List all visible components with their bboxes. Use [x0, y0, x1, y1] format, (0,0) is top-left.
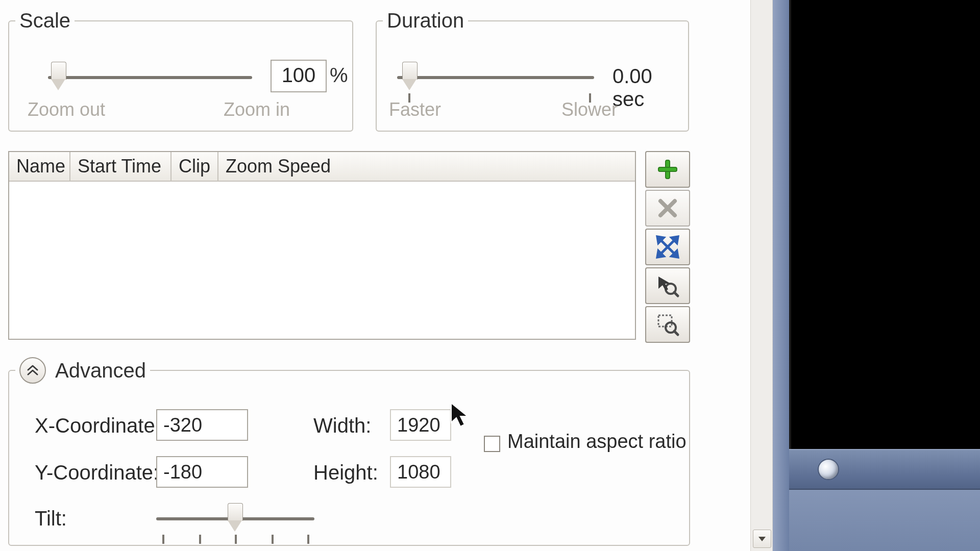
- chevron-down-icon: [757, 534, 767, 543]
- zoom-out-label: Zoom out: [28, 99, 105, 120]
- zoom-in-label: Zoom in: [224, 99, 290, 120]
- preview-area: [789, 0, 980, 449]
- animation-list-header: Name Start Time Clip Zoom Speed: [9, 152, 635, 182]
- right-divider: [773, 0, 789, 551]
- slower-label: Slower: [561, 99, 618, 120]
- advanced-group: Advanced X-Coordinate: Y-Coordinate: Wid…: [8, 357, 690, 546]
- height-label: Height:: [313, 461, 378, 484]
- panel-vertical-scrollbar[interactable]: [750, 0, 773, 551]
- column-zoom-speed[interactable]: Zoom Speed: [218, 152, 635, 181]
- advanced-toggle-button[interactable]: [19, 357, 46, 384]
- svg-line-16: [674, 331, 678, 335]
- scale-value-input[interactable]: 100: [271, 60, 327, 92]
- advanced-legend-text: Advanced: [55, 359, 146, 382]
- preview-timeline[interactable]: [789, 449, 980, 490]
- duration-value-label: 0.00 sec: [612, 65, 688, 111]
- tilt-slider-thumb[interactable]: [228, 503, 242, 532]
- expand-button[interactable]: [645, 229, 690, 265]
- scale-slider-thumb[interactable]: [51, 62, 65, 90]
- column-clip[interactable]: Clip: [172, 152, 218, 181]
- cursor-magnifier-icon: [655, 273, 680, 298]
- duration-legend: Duration: [383, 9, 468, 32]
- column-name[interactable]: Name: [9, 152, 70, 181]
- scroll-down-button[interactable]: [753, 530, 771, 548]
- scale-group: Scale 100 % Zoom out Zoom in: [8, 9, 353, 132]
- delete-button[interactable]: [645, 190, 690, 227]
- svg-marker-17: [758, 537, 766, 541]
- duration-group: Duration 0.00 sec Faster Slower: [376, 9, 689, 132]
- plus-icon: [655, 157, 680, 182]
- chevron-up-double-icon: [26, 363, 40, 378]
- column-start-time[interactable]: Start Time: [70, 152, 172, 181]
- region-magnifier-icon: [655, 312, 680, 337]
- x-coordinate-label: X-Coordinate:: [35, 414, 161, 437]
- maintain-aspect-ratio-label: Maintain aspect ratio: [507, 431, 687, 453]
- width-label: Width:: [313, 414, 371, 437]
- advanced-legend: Advanced: [15, 357, 150, 384]
- scale-legend: Scale: [15, 9, 75, 32]
- y-coordinate-input[interactable]: [156, 456, 248, 488]
- faster-label: Faster: [389, 99, 441, 120]
- add-button[interactable]: [645, 151, 690, 188]
- width-input[interactable]: [390, 409, 451, 441]
- tilt-label: Tilt:: [35, 507, 67, 530]
- editor-panel: Scale 100 % Zoom out Zoom in Duration 0.…: [0, 0, 750, 551]
- animation-list[interactable]: Name Start Time Clip Zoom Speed: [8, 151, 636, 340]
- x-coordinate-input[interactable]: [156, 409, 248, 441]
- scale-unit-label: %: [330, 64, 348, 87]
- svg-rect-1: [658, 167, 677, 171]
- zoom-region-button[interactable]: [645, 306, 690, 343]
- maintain-aspect-ratio-checkbox[interactable]: [484, 436, 500, 452]
- inspect-button[interactable]: [645, 267, 690, 304]
- arrows-out-icon: [655, 235, 680, 259]
- y-coordinate-label: Y-Coordinate:: [35, 461, 159, 484]
- scale-slider-track[interactable]: [48, 76, 252, 79]
- duration-slider-track[interactable]: [397, 76, 594, 79]
- duration-slider-thumb[interactable]: [402, 62, 416, 90]
- svg-rect-14: [658, 315, 672, 327]
- x-icon: [655, 196, 680, 220]
- svg-line-13: [674, 292, 678, 296]
- height-input[interactable]: [390, 456, 451, 488]
- timeline-playhead[interactable]: [818, 459, 839, 480]
- list-side-buttons: [645, 151, 691, 345]
- right-bottom-area: [789, 490, 980, 551]
